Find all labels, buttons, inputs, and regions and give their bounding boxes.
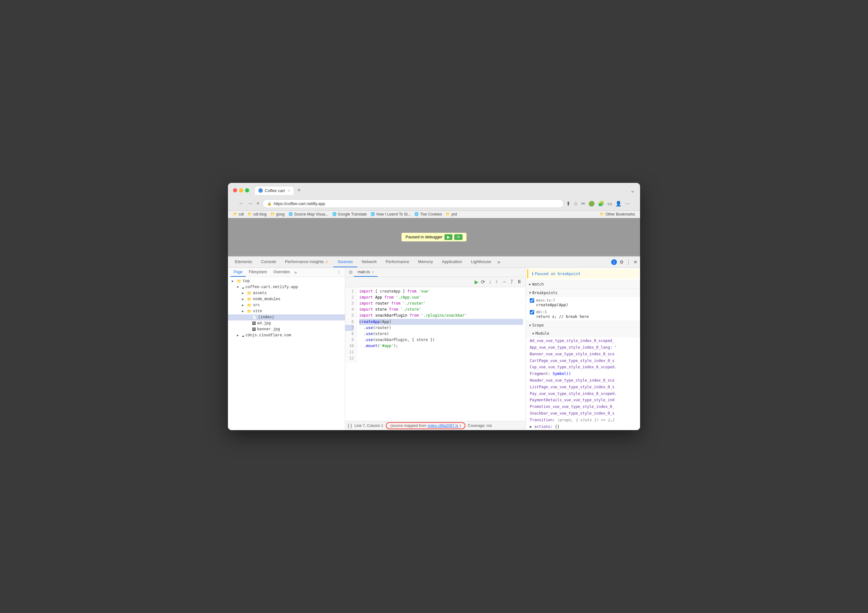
tab-perf-insights-label: Performance insights — [285, 259, 324, 264]
bookmark-two-cookies[interactable]: 🌐 Two Cookies — [414, 212, 442, 217]
module-key: CartPage_vue_vue_type_style_index_0_s — [530, 359, 614, 363]
step-btn[interactable]: → — [500, 278, 508, 285]
browser-tab[interactable]: Coffee cart × — [254, 186, 294, 195]
nav-forward-btn[interactable]: → — [247, 200, 253, 207]
tree-item-vite[interactable]: ▶ 📁 vite — [228, 308, 345, 314]
share-icon[interactable]: ⬆ — [566, 201, 570, 207]
tab-memory[interactable]: Memory — [414, 257, 437, 267]
editor-tab-close-btn[interactable]: × — [372, 270, 374, 274]
deactivate-breakpoints-btn[interactable]: ⤴ — [509, 278, 514, 285]
module-key: Snackbar_vue_vue_type_style_index_0_s — [530, 411, 614, 416]
bookmark-google-translate[interactable]: 🌐 Google Translate — [332, 212, 367, 217]
tree-item-top[interactable]: ▶ 📁 top — [228, 278, 345, 284]
bookmark-cdt-blog[interactable]: 📁 cdt blog — [248, 212, 267, 217]
line-num-1: 1 — [345, 288, 354, 294]
source-file-link[interactable]: index.c88a2087.js — [428, 423, 459, 428]
tree-item-index[interactable]: 📄 (index) — [228, 314, 345, 320]
settings-icon[interactable]: ⚙ — [620, 259, 623, 265]
tree-item-banner[interactable]: 🖼 banner.jpg — [228, 327, 345, 333]
breakpoint-checkbox-1[interactable] — [530, 298, 534, 303]
tree-label: cdnjs.cloudflare.com — [245, 333, 291, 337]
profile-icon[interactable]: 👤 — [615, 201, 622, 207]
tab-close-btn[interactable]: × — [288, 189, 290, 192]
module-key: actions — [534, 424, 550, 429]
address-input[interactable]: 🔒 https://coffee-cart.netlify.app — [262, 200, 564, 208]
extension2-icon[interactable]: 🟢 — [588, 201, 595, 207]
tab-performance[interactable]: Performance — [381, 257, 413, 267]
tab-console[interactable]: Console — [256, 257, 281, 267]
sidebar-icon[interactable]: ▭ — [608, 201, 612, 207]
module-key: Cup_vue_vue_type_style_index_0_scoped. — [530, 365, 617, 369]
editor-toolbar: ⊡ main.ts × — [345, 268, 525, 277]
step-into-btn[interactable]: ↓ — [488, 278, 493, 285]
tab-sources[interactable]: Sources — [333, 257, 357, 267]
more-tabs-btn[interactable]: » — [496, 257, 502, 268]
watch-header[interactable]: ▶ Watch — [526, 280, 640, 288]
tab-favicon — [258, 188, 263, 193]
source-mapped-text: (source mapped from — [390, 423, 426, 428]
chat-badge: 1 — [611, 259, 617, 265]
bookmark-goog[interactable]: 📁 goog — [270, 212, 285, 217]
step-btn[interactable]: ⟳ — [454, 234, 462, 240]
breakpoints-header[interactable]: ▼ Breakpoints — [526, 289, 640, 297]
other-bookmarks[interactable]: 📁 Other Bookmarks — [600, 212, 635, 217]
tab-chevron-icon[interactable]: ⌄ — [630, 187, 635, 194]
source-mapped-badge: (source mapped from index.c88a2087.js) — [386, 422, 465, 429]
breakpoint-item-1: main.ts:7 createApp(App) — [526, 297, 640, 309]
tab-lighthouse[interactable]: Lighthouse — [467, 257, 496, 267]
line-num-11: 11 — [345, 349, 354, 355]
tab-elements[interactable]: Elements — [231, 257, 256, 267]
module-colon: : ' — [610, 345, 617, 350]
center-panel: ⊡ main.ts × ▶ ⟳ ↓ ↑ → ⤴ ⏸ — [345, 268, 526, 430]
close-window-btn[interactable] — [233, 188, 237, 192]
line-num-5: 5 — [345, 313, 354, 319]
tab-network[interactable]: Network — [357, 257, 381, 267]
tab-performance-insights[interactable]: Performance insights ⚠ — [281, 257, 333, 267]
extension-icon[interactable]: ✂ — [581, 201, 585, 207]
subtab-filesystem[interactable]: Filesystem — [246, 268, 270, 277]
tree-item-src[interactable]: ▶ 📁 src — [228, 302, 345, 308]
bookmark-icon[interactable]: ☆ — [574, 201, 578, 207]
tab-application[interactable]: Application — [437, 257, 467, 267]
web-icon: 🌐 — [288, 212, 293, 216]
subtab-more-btn[interactable]: » — [293, 268, 298, 276]
tree-item-node-modules[interactable]: ▶ 📁 node_modules — [228, 296, 345, 302]
tree-item-assets[interactable]: ▶ 📁 assets — [228, 290, 345, 296]
resume-btn[interactable]: ▶ — [445, 234, 453, 240]
subtab-gear-icon[interactable]: ⋮ — [335, 268, 343, 276]
scope-label: Scope — [532, 323, 544, 327]
scope-header[interactable]: ▼ Scope — [526, 321, 640, 329]
module-header[interactable]: ▼ Module — [526, 329, 640, 337]
tree-item-ad[interactable]: 🖼 ad.jpg — [228, 320, 345, 327]
more-options-icon[interactable]: ⋮ — [626, 259, 631, 265]
bookmark-cdt[interactable]: 📁 cdt — [233, 212, 244, 217]
new-tab-btn[interactable]: + — [296, 186, 303, 194]
nav-back-btn[interactable]: ← — [238, 200, 245, 207]
right-panel: ℹ Paused on breakpoint ▶ Watch ▼ — [526, 268, 640, 430]
module-item-actions[interactable]: ▶ actions: {} — [530, 423, 636, 430]
bookmark-source-map[interactable]: 🌐 Source Map Visua... — [288, 212, 329, 217]
bookmark-how-i-learnt[interactable]: 🌐 How I Learnt To St... — [370, 212, 411, 217]
tree-item-coffee-cart[interactable]: ▼ ☁ coffee-cart.netlify.app — [228, 284, 345, 290]
subtab-overrides[interactable]: Overrides — [270, 268, 293, 277]
resume-execution-btn[interactable]: ▶ — [474, 279, 478, 285]
format-icon[interactable]: { } — [348, 423, 352, 428]
subtab-page[interactable]: Page — [231, 268, 246, 277]
bookmark-prd[interactable]: 📁 prd — [446, 212, 457, 217]
step-over-btn[interactable]: ⟳ — [480, 278, 486, 286]
status-bar: { } Line 7, Column 1 (source mapped from… — [345, 421, 525, 430]
breakpoint-checkbox-2[interactable] — [530, 310, 534, 314]
editor-tab-main-ts[interactable]: main.ts × — [354, 268, 378, 277]
pause-on-exceptions-btn[interactable]: ⏸ — [516, 278, 523, 285]
step-out-btn[interactable]: ↑ — [494, 278, 499, 285]
nav-reload-btn[interactable]: × — [256, 200, 260, 207]
close-devtools-icon[interactable]: ✕ — [633, 259, 637, 265]
extension3-icon[interactable]: 🧩 — [598, 201, 604, 207]
menu-icon[interactable]: ⋯ — [625, 201, 630, 207]
minimize-window-btn[interactable] — [239, 188, 243, 192]
tree-item-cdn[interactable]: ▶ ☁ cdnjs.cloudflare.com — [228, 333, 345, 339]
folder-icon: 📁 — [446, 212, 450, 216]
source-toggle-icon[interactable]: ⊡ — [348, 268, 354, 276]
maximize-window-btn[interactable] — [245, 188, 249, 192]
watch-section: ▶ Watch — [526, 280, 640, 289]
